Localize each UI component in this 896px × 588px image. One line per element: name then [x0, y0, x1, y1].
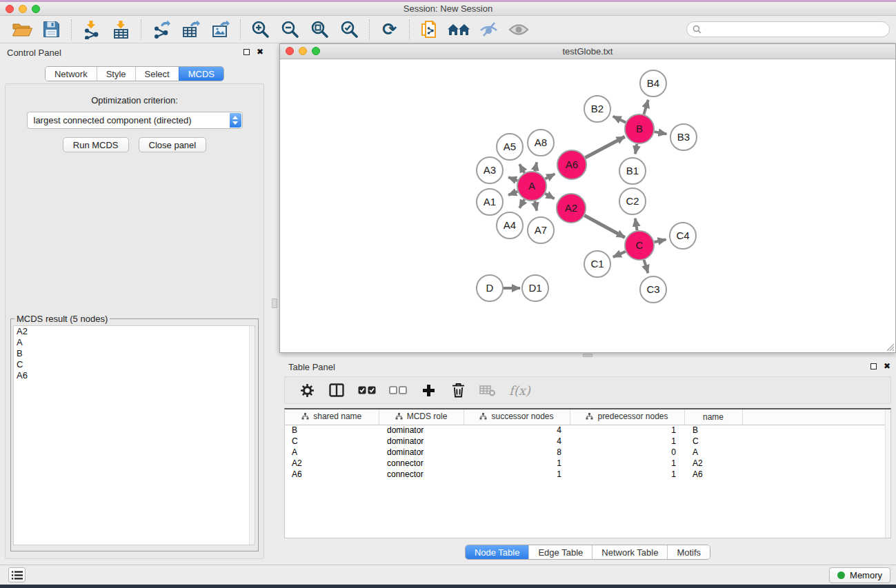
- tab-mcds[interactable]: MCDS: [179, 67, 223, 81]
- node-A1[interactable]: A1: [477, 189, 503, 215]
- close-panel-icon[interactable]: ✖: [257, 48, 263, 56]
- save-session-icon[interactable]: [37, 18, 66, 41]
- tab-edge-table[interactable]: Edge Table: [528, 545, 592, 559]
- float-panel-icon[interactable]: [870, 363, 877, 369]
- import-network-icon[interactable]: [77, 18, 106, 41]
- show-graphics-details-icon[interactable]: [504, 18, 533, 41]
- vertical-splitter[interactable]: [269, 43, 279, 565]
- table-cell[interactable]: B: [684, 425, 742, 436]
- table-row[interactable]: Adominator80A: [285, 447, 890, 458]
- tab-select[interactable]: Select: [135, 67, 179, 81]
- tab-style[interactable]: Style: [97, 67, 135, 81]
- mcds-result-item[interactable]: A: [14, 337, 255, 348]
- table-cell[interactable]: 1: [464, 458, 570, 469]
- table-cell[interactable]: 1: [570, 458, 684, 469]
- table-cell[interactable]: 1: [570, 425, 684, 436]
- select-all-columns-icon[interactable]: [358, 381, 376, 400]
- mcds-result-item[interactable]: C: [14, 359, 255, 370]
- close-panel-button[interactable]: Close panel: [139, 137, 207, 152]
- table-cell[interactable]: dominator: [379, 425, 464, 436]
- export-table-icon[interactable]: [176, 18, 206, 41]
- hide-graphics-details-icon[interactable]: [474, 18, 504, 41]
- table-cell[interactable]: 4: [464, 436, 570, 447]
- node-A2[interactable]: A2: [557, 194, 586, 223]
- node-A5[interactable]: A5: [497, 134, 523, 160]
- tab-node-table[interactable]: Node Table: [466, 545, 529, 559]
- table-cell[interactable]: A: [684, 447, 742, 458]
- new-session-from-network-icon[interactable]: [415, 18, 444, 41]
- search-input[interactable]: [705, 24, 884, 34]
- node-D1[interactable]: D1: [522, 275, 548, 301]
- network-canvas[interactable]: B4B2BB3A5A8A6A3B1AA1C2A2A4A7C4CC1DD1C3: [280, 60, 895, 352]
- task-history-button[interactable]: [8, 567, 26, 582]
- splitter-handle[interactable]: [272, 298, 277, 308]
- run-mcds-button[interactable]: Run MCDS: [63, 137, 129, 152]
- table-cell[interactable]: connector: [379, 458, 464, 469]
- table-cell[interactable]: 1: [570, 436, 684, 447]
- tab-network-table[interactable]: Network Table: [592, 545, 667, 559]
- node-B4[interactable]: B4: [640, 70, 666, 97]
- show-column-panel-icon[interactable]: [328, 381, 345, 400]
- zoom-fit-icon[interactable]: [305, 18, 335, 41]
- node-C2[interactable]: C2: [619, 188, 646, 214]
- search-field[interactable]: [686, 21, 890, 37]
- home-icon[interactable]: [444, 18, 474, 41]
- table-cell[interactable]: 8: [464, 447, 570, 458]
- table-cell[interactable]: connector: [379, 469, 464, 480]
- node-A[interactable]: A: [517, 172, 546, 201]
- create-column-plus-icon[interactable]: [420, 381, 437, 400]
- node-C[interactable]: C: [625, 231, 654, 260]
- zoom-out-icon[interactable]: [275, 18, 305, 41]
- unselect-all-columns-icon[interactable]: [389, 381, 407, 400]
- mcds-result-item[interactable]: A2: [14, 326, 255, 337]
- table-cell[interactable]: A2: [684, 458, 742, 469]
- float-panel-icon[interactable]: [243, 49, 250, 55]
- delete-column-trash-icon[interactable]: [450, 381, 466, 400]
- table-row[interactable]: Bdominator41B: [285, 425, 890, 436]
- table-cell[interactable]: A2: [285, 458, 379, 469]
- table-cell[interactable]: A6: [684, 469, 742, 480]
- table-cell[interactable]: 0: [570, 447, 684, 458]
- column-header-successor-nodes[interactable]: successor nodes: [464, 409, 570, 425]
- column-header-shared-name[interactable]: shared name: [285, 409, 379, 425]
- table-scrollbar[interactable]: [885, 409, 890, 538]
- node-C3[interactable]: C3: [640, 276, 666, 303]
- zoom-in-icon[interactable]: [246, 18, 275, 41]
- node-C4[interactable]: C4: [670, 223, 696, 249]
- open-file-icon[interactable]: [7, 18, 37, 41]
- result-list-scrollbar[interactable]: [249, 326, 255, 545]
- table-row[interactable]: Cdominator41C: [285, 436, 890, 447]
- node-A7[interactable]: A7: [528, 217, 554, 243]
- close-panel-icon[interactable]: ✖: [884, 362, 890, 370]
- node-A4[interactable]: A4: [497, 212, 523, 239]
- node-A6[interactable]: A6: [557, 150, 586, 179]
- table-row[interactable]: A2connector11A2: [285, 458, 890, 469]
- zoom-selected-icon[interactable]: [335, 18, 364, 41]
- table-cell[interactable]: dominator: [379, 447, 464, 458]
- splitter-handle[interactable]: [583, 354, 593, 357]
- resize-grip[interactable]: [885, 342, 895, 352]
- mcds-result-item[interactable]: A6: [14, 370, 255, 381]
- table-settings-gear-icon[interactable]: [299, 381, 315, 400]
- export-image-icon[interactable]: [206, 18, 235, 41]
- node-B1[interactable]: B1: [619, 158, 646, 184]
- export-network-icon[interactable]: [146, 18, 176, 41]
- column-header-mcds-role[interactable]: MCDS role: [379, 409, 464, 425]
- mcds-result-item[interactable]: B: [14, 348, 255, 359]
- node-C1[interactable]: C1: [584, 251, 610, 277]
- column-header-predecessor-nodes[interactable]: predecessor nodes: [570, 409, 684, 425]
- criterion-dropdown[interactable]: largest connected component (directed): [27, 112, 243, 129]
- node-B2[interactable]: B2: [584, 96, 610, 122]
- table-cell[interactable]: C: [684, 436, 742, 447]
- table-cell[interactable]: dominator: [379, 436, 464, 447]
- tab-network[interactable]: Network: [46, 67, 97, 81]
- refresh-icon[interactable]: ⟳: [375, 18, 404, 41]
- node-A3[interactable]: A3: [477, 157, 503, 183]
- table-cell[interactable]: 1: [570, 469, 684, 480]
- node-B[interactable]: B: [625, 114, 654, 143]
- import-table-icon[interactable]: [106, 18, 136, 41]
- tab-motifs[interactable]: Motifs: [667, 545, 710, 559]
- table-cell[interactable]: C: [285, 436, 379, 447]
- table-cell[interactable]: 4: [464, 425, 570, 436]
- table-row[interactable]: A6connector11A6: [285, 469, 890, 480]
